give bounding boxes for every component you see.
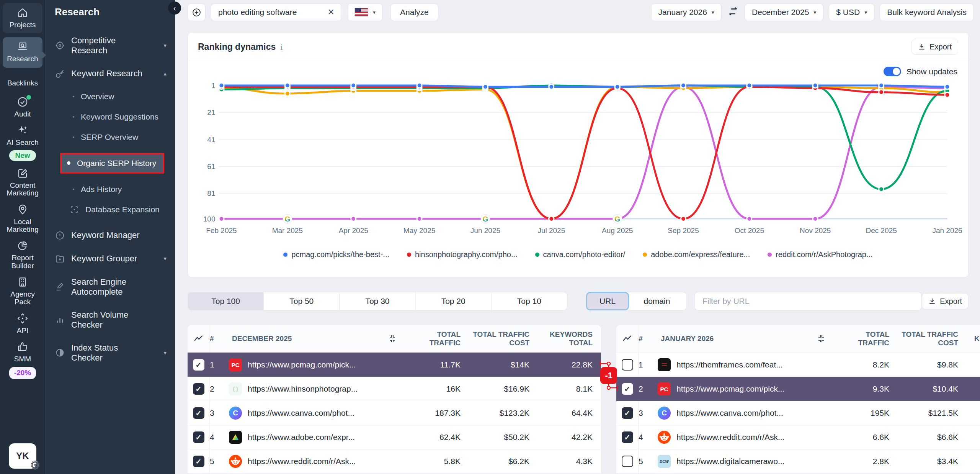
trend-icon xyxy=(622,334,632,344)
sidebar-item-local-marketing[interactable]: Local Marketing xyxy=(3,204,42,234)
sidebar-item-agency-pack[interactable]: Agency Pack xyxy=(3,276,42,306)
row-checkbox[interactable]: ✓ xyxy=(193,456,204,467)
sidebar-item-projects[interactable]: Projects xyxy=(3,3,42,33)
table-row[interactable]: ✓2PChttps://www.pcmag.com/pick...9.3K$10… xyxy=(616,377,980,401)
legend-item[interactable]: canva.com/photo-editor/ xyxy=(535,250,626,259)
table-row[interactable]: ✓1PChttps://www.pcmag.com/pick...11.7K$1… xyxy=(188,353,601,377)
table-row[interactable]: ✓2( )https://www.hinsonphotograp...16K$1… xyxy=(188,377,601,401)
rail-label: Content Marketing xyxy=(3,182,42,197)
result-url[interactable]: Chttps://www.canva.com/phot... xyxy=(658,407,808,420)
svg-text:Oct 2025: Oct 2025 xyxy=(735,226,764,235)
tab-top-50[interactable]: Top 50 xyxy=(263,292,339,310)
menu-database-expansion[interactable]: Database Expansion xyxy=(55,205,167,214)
sidebar-item-content-marketing[interactable]: Content Marketing xyxy=(3,167,42,197)
legend-item[interactable]: reddit.com/r/AskPhotograp... xyxy=(768,250,872,259)
row-checkbox[interactable]: ✓ xyxy=(622,431,633,443)
filter-by-url-input[interactable] xyxy=(694,292,922,310)
menu-competitive-research[interactable]: Competitive Research ▾ xyxy=(55,36,167,56)
svg-text:61: 61 xyxy=(207,162,215,171)
currency-dropdown[interactable]: $ USD ▾ xyxy=(829,3,874,21)
rail-label: Local Marketing xyxy=(3,218,42,234)
row-checkbox[interactable]: ✓ xyxy=(193,431,204,443)
sidebar-item-backlinks[interactable]: Backlinks xyxy=(3,79,42,87)
sidebar-item-smm[interactable]: SMM -20% xyxy=(3,341,42,379)
menu-organic-serp-history[interactable]: Organic SERP History xyxy=(60,153,164,174)
menu-keyword-grouper[interactable]: Keyword Grouper ▾ xyxy=(55,254,167,264)
menu-search-engine-autocomplete[interactable]: Search Engine Autocomplete xyxy=(55,277,167,297)
row-checkbox[interactable]: ✓ xyxy=(193,407,204,419)
menu-keyword-manager[interactable]: Keyword Manager xyxy=(55,230,167,241)
row-checkbox[interactable]: ✓ xyxy=(622,407,633,419)
clear-search-icon[interactable]: ✕ xyxy=(328,7,335,17)
row-checkbox[interactable]: ✓ xyxy=(622,383,633,395)
result-url[interactable]: https://www.reddit.com/r/Ask... xyxy=(229,455,379,468)
info-icon[interactable]: i xyxy=(280,43,283,51)
tab-top-10[interactable]: Top 10 xyxy=(491,292,567,310)
row-checkbox[interactable]: ✓ xyxy=(622,456,633,467)
row-checkbox[interactable]: ✓ xyxy=(193,359,204,371)
half-circle-icon xyxy=(55,348,65,358)
menu-overview[interactable]: Overview xyxy=(55,92,167,101)
search-input[interactable] xyxy=(218,8,318,17)
result-url[interactable]: PChttps://www.pcmag.com/pick... xyxy=(658,382,808,395)
result-url[interactable]: PChttps://www.pcmag.com/pick... xyxy=(229,358,379,371)
sidebar-collapse-button[interactable]: ‹ xyxy=(168,2,181,15)
show-updates-toggle[interactable] xyxy=(884,67,901,76)
country-selector[interactable]: ▾ xyxy=(347,3,383,21)
chevron-down-icon: ▾ xyxy=(163,255,167,262)
result-url[interactable]: ( )https://www.hinsonphotograp... xyxy=(229,382,379,395)
view-url-button[interactable]: URL xyxy=(586,292,629,310)
sidebar-item-audit[interactable]: Audit xyxy=(3,96,42,118)
swap-periods-icon[interactable] xyxy=(727,5,739,19)
bulk-keyword-analysis-button[interactable]: Bulk keyword Analysis xyxy=(880,3,974,21)
result-url[interactable]: Chttps://www.canva.com/phot... xyxy=(229,407,379,420)
result-url[interactable]: https://www.adobe.com/expr... xyxy=(229,431,379,444)
period-from-dropdown[interactable]: January 2026 ▾ xyxy=(651,3,722,21)
chevron-down-icon: ▾ xyxy=(864,9,867,15)
user-avatar[interactable]: YK ⚙ xyxy=(9,443,36,469)
table-row[interactable]: ✓5https://www.reddit.com/r/Ask...5.8K$6.… xyxy=(188,449,601,473)
result-url[interactable]: DCWhttps://www.digitalcamerawo... xyxy=(658,455,808,468)
keyword-search-box[interactable]: ✕ xyxy=(211,3,342,21)
result-url[interactable]: https://www.reddit.com/r/Ask... xyxy=(658,431,808,444)
table-row[interactable]: ✓5DCWhttps://www.digitalcamerawo...2.8K$… xyxy=(616,449,980,473)
analyze-button[interactable]: Analyze xyxy=(390,3,438,21)
period-to-dropdown[interactable]: December 2025 ▾ xyxy=(745,3,823,21)
menu-keyword-suggestions[interactable]: Keyword Suggestions xyxy=(55,112,167,121)
rank-cell: 1 xyxy=(210,360,229,369)
tab-top-30[interactable]: Top 30 xyxy=(339,292,415,310)
legend-item[interactable]: adobe.com/express/feature... xyxy=(643,250,750,259)
menu-ads-history[interactable]: Ads History xyxy=(55,185,167,194)
row-checkbox[interactable]: ✓ xyxy=(193,383,204,395)
tab-top-100[interactable]: Top 100 xyxy=(188,292,263,310)
row-checkbox[interactable]: ✓ xyxy=(622,359,633,371)
sidebar-item-api[interactable]: API xyxy=(3,313,42,335)
reddit-favicon xyxy=(658,431,671,444)
collapse-columns-icon[interactable] xyxy=(388,334,397,343)
table-row[interactable]: ✓3Chttps://www.canva.com/phot...187.3K$1… xyxy=(188,401,601,425)
menu-keyword-research[interactable]: Keyword Research ▴ xyxy=(55,69,167,79)
collapse-columns-icon[interactable] xyxy=(817,334,826,343)
add-keyword-button[interactable] xyxy=(188,3,206,21)
table-row[interactable]: ✓1https://themframes.com/feat...8.2K$9.8… xyxy=(616,353,980,377)
legend-item[interactable]: hinsonphotography.com/pho... xyxy=(407,250,518,259)
menu-search-volume-checker[interactable]: Search Volume Checker xyxy=(55,310,167,330)
settings-gear-icon[interactable]: ⚙ xyxy=(30,458,40,472)
download-icon xyxy=(918,43,926,51)
menu-index-status-checker[interactable]: Index Status Checker ▾ xyxy=(55,343,167,363)
view-domain-button[interactable]: domain xyxy=(627,292,687,310)
chart-export-button[interactable]: Export xyxy=(911,39,958,55)
keywords-total-cell: 64.4K xyxy=(538,408,601,418)
table-row[interactable]: ✓3Chttps://www.canva.com/phot...195K$121… xyxy=(616,401,980,425)
legend-item[interactable]: pcmag.com/picks/the-best-... xyxy=(283,250,389,259)
sidebar-item-ai-search[interactable]: AI Search New xyxy=(3,125,42,161)
result-url[interactable]: https://themframes.com/feat... xyxy=(658,358,808,371)
table-row[interactable]: ✓4https://www.reddit.com/r/Ask...6.6K$6.… xyxy=(616,425,980,449)
table-row[interactable]: ✓4https://www.adobe.com/expr...62.4K$50.… xyxy=(188,425,601,449)
menu-serp-overview[interactable]: SERP Overview xyxy=(55,133,167,142)
show-updates-label: Show updates xyxy=(906,67,957,76)
sidebar-item-report-builder[interactable]: Report Builder xyxy=(3,240,42,270)
tab-top-20[interactable]: Top 20 xyxy=(415,292,491,310)
sidebar-item-research[interactable]: Research xyxy=(3,37,42,67)
table-export-button[interactable]: Export xyxy=(922,293,969,309)
